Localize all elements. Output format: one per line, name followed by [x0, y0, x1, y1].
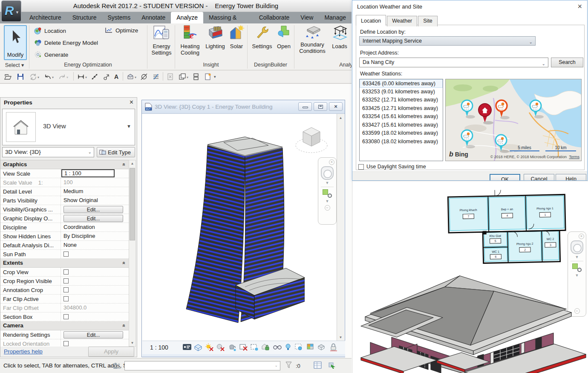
detail-level-icon[interactable] — [195, 344, 202, 351]
designbuilder-settings-button[interactable]: Settings — [251, 25, 274, 49]
close-icon[interactable]: × — [329, 159, 334, 165]
property-row[interactable]: Detail LevelMedium — [0, 187, 129, 196]
steering-wheel-icon[interactable] — [321, 166, 334, 180]
aligned-dimension-icon[interactable] — [92, 74, 97, 79]
navigation-bar[interactable]: × ▼ ▼ − — [318, 157, 337, 225]
modify-button[interactable]: Modify — [4, 25, 27, 60]
property-value[interactable]: Edit... — [61, 205, 129, 214]
property-row[interactable]: Show Hidden LinesBy Discipline — [0, 232, 129, 241]
default-3d-view-icon[interactable] — [128, 74, 133, 79]
property-value[interactable]: Coordination — [61, 223, 129, 231]
property-value[interactable]: Show Original — [61, 196, 129, 205]
checkbox[interactable] — [63, 269, 69, 275]
property-row[interactable]: View Scale1 : 100 — [0, 169, 129, 178]
property-value[interactable] — [61, 339, 129, 347]
chevron-down-icon[interactable]: ▼ — [318, 180, 336, 186]
property-row[interactable]: Visibility/Graphics ...Edit... — [0, 205, 129, 214]
close-icon[interactable]: × — [579, 234, 584, 239]
property-value[interactable]: 1 : 100 — [61, 169, 129, 178]
chevron-down-icon[interactable]: ▾ — [85, 75, 87, 79]
property-value[interactable]: 304800.0 — [61, 304, 129, 312]
properties-help-link[interactable]: Properties help — [4, 348, 43, 355]
search-button[interactable]: Search — [551, 58, 583, 67]
design-options-combo[interactable]: ⌄ — [124, 361, 280, 370]
define-location-dropdown[interactable]: Internet Mapping Service ⌄ — [359, 36, 536, 46]
exclude-options-icon[interactable] — [328, 361, 337, 369]
view-control-icons[interactable] — [183, 343, 340, 353]
locked-3d-view-icon[interactable] — [262, 344, 269, 350]
tag-by-category-icon[interactable] — [104, 75, 109, 80]
synchronize-icon[interactable] — [31, 74, 36, 80]
new-sheet-icon[interactable] — [205, 73, 211, 80]
collapse-icon[interactable]: » — [121, 262, 127, 265]
weather-station-item[interactable]: 633599 (18.02 kilometres away) — [360, 129, 443, 138]
close-icon[interactable]: × — [577, 2, 582, 11]
displaced-elements-icon[interactable] — [318, 344, 324, 350]
property-row[interactable]: Far Clip Offset304800.0 — [0, 304, 129, 312]
chevron-down-icon[interactable]: ▾ — [135, 75, 136, 79]
show-rendering-dialog-icon[interactable] — [230, 345, 236, 351]
edit-type-button[interactable]: Edit Type — [97, 147, 135, 157]
property-row[interactable]: Sun Path — [0, 250, 129, 259]
generate-button[interactable]: Generate — [34, 51, 68, 58]
property-value[interactable] — [61, 295, 129, 303]
energy-optimization-panel-label[interactable]: Energy Optimization — [29, 62, 147, 69]
checkbox[interactable] — [63, 278, 69, 283]
heating-cooling-button[interactable]: e Heating Cooling — [176, 25, 204, 56]
viewcube[interactable] — [294, 122, 329, 158]
collapse-icon[interactable]: » — [121, 163, 127, 166]
properties-section-camera[interactable]: Camera» — [0, 321, 129, 330]
property-value[interactable]: 100 — [61, 178, 129, 187]
property-value[interactable]: Edit... — [61, 214, 129, 223]
section-icon[interactable] — [141, 74, 147, 80]
tab-annotate[interactable]: Annotate — [136, 12, 171, 23]
sun-path-off-icon[interactable] — [205, 343, 213, 351]
analytical-panel-label[interactable]: Analytical — [323, 62, 352, 69]
close-icon[interactable]: × — [130, 98, 133, 106]
tile-windows-icon[interactable] — [194, 74, 198, 80]
tab-systems[interactable]: Systems — [102, 12, 136, 23]
open-icon[interactable] — [5, 75, 11, 79]
designbuilder-panel-label[interactable]: DesignBuilder — [247, 62, 294, 69]
scroll-down-icon[interactable]: ▼ — [337, 334, 344, 341]
chevron-down-icon[interactable]: ▼ — [318, 198, 336, 204]
collapse-icon[interactable]: − — [325, 205, 330, 211]
crop-view-icon[interactable] — [240, 344, 247, 350]
checkbox[interactable] — [63, 314, 69, 319]
weather-station-item[interactable]: 633425 (12.71 kilometres away) — [360, 104, 443, 113]
dialog-tab-location[interactable]: Location — [356, 15, 386, 26]
steering-wheel-icon[interactable] — [571, 240, 583, 254]
scroll-down-icon[interactable]: ▼ — [129, 340, 135, 346]
scrollbar-thumb[interactable] — [130, 168, 135, 240]
boundary-conditions-button[interactable]: Boundary Conditions — [297, 25, 327, 54]
checkbox[interactable] — [63, 287, 69, 292]
minimize-button[interactable] — [298, 102, 312, 111]
property-value[interactable]: Medium — [61, 187, 129, 196]
property-row[interactable]: Default Analysis Di...None — [0, 241, 129, 250]
chevron-down-icon[interactable]: ▼ — [127, 124, 131, 129]
tab-analyze[interactable]: Analyze — [171, 12, 203, 23]
focused-value[interactable]: 1 : 100 — [61, 169, 115, 177]
undo-icon[interactable] — [46, 75, 50, 79]
property-value[interactable] — [61, 250, 129, 258]
chevron-down-icon[interactable]: ▾ — [52, 75, 54, 79]
terms-link[interactable]: Terms — [569, 155, 580, 159]
temporary-hide-isolate-icon[interactable] — [274, 346, 281, 349]
checkbox[interactable] — [63, 252, 69, 257]
checkbox[interactable] — [63, 341, 69, 346]
checkbox[interactable] — [63, 296, 69, 301]
apply-button[interactable]: Apply — [88, 347, 134, 357]
property-row[interactable]: Parts VisibilityShow Original — [0, 196, 129, 205]
weather-stations-list[interactable]: 633426 (0.00 kilometres away)633253 (9.0… — [359, 79, 443, 161]
insight-panel-label[interactable]: Insight — [175, 62, 247, 69]
property-row[interactable]: Section Box — [0, 312, 129, 321]
text-icon[interactable]: A — [114, 73, 118, 80]
edit-button[interactable]: Edit... — [63, 206, 123, 213]
solar-button[interactable]: Solar — [226, 25, 247, 49]
worksharing-display-icon[interactable] — [307, 344, 313, 349]
restore-button[interactable] — [314, 102, 327, 111]
application-menu-button[interactable]: R ▼ — [1, 0, 21, 22]
tab-massing-site[interactable]: Massing & Site — [203, 12, 254, 23]
editable-only-icon[interactable] — [314, 361, 322, 369]
daylight-saving-checkbox[interactable] — [358, 164, 364, 170]
